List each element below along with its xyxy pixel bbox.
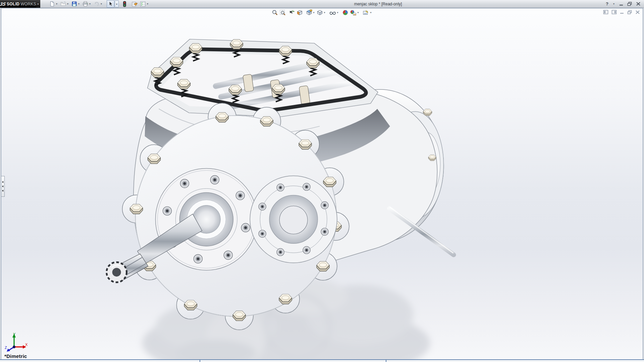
zoom-to-fit-icon xyxy=(272,9,278,16)
dropdown-arrow-icon[interactable]: ▾ xyxy=(88,0,92,7)
help-button[interactable]: ? xyxy=(606,1,608,6)
close-icon xyxy=(636,2,641,6)
traffic-light-icon xyxy=(122,1,127,7)
file-properties-button[interactable] xyxy=(130,0,139,8)
doc-close-button[interactable] xyxy=(635,10,640,14)
undo-button[interactable]: ▾ xyxy=(93,0,104,8)
solidworks-logo-mark-icon: 3S xyxy=(0,1,6,7)
view-orientation-button[interactable]: ▾ xyxy=(305,9,316,16)
gearbox-assembly-model[interactable] xyxy=(1,8,643,360)
open-button[interactable]: ▾ xyxy=(59,0,70,8)
undo-arrow-icon xyxy=(94,1,100,7)
printer-icon xyxy=(83,1,88,7)
status-bar xyxy=(0,359,644,362)
status-bar-divider xyxy=(200,359,200,362)
open-folder-icon xyxy=(60,1,66,7)
zoom-to-fit-button[interactable] xyxy=(271,9,279,16)
collapsed-featuremanager-tab[interactable] xyxy=(1,176,5,197)
appearance-ball-icon xyxy=(342,9,348,16)
view-orientation-icon xyxy=(306,9,312,16)
rebuild-button[interactable] xyxy=(121,0,128,8)
collapse-pane-arrow-icon xyxy=(2,190,3,192)
previous-view-button[interactable] xyxy=(288,9,296,16)
status-bar-divider xyxy=(386,359,386,362)
pane-toggle-left-button[interactable] xyxy=(603,10,608,14)
save-floppy-icon xyxy=(71,1,77,7)
minimize-icon xyxy=(619,2,624,6)
display-style-button[interactable]: ▾ xyxy=(316,9,327,16)
close-icon xyxy=(635,10,640,14)
edit-appearance-button[interactable] xyxy=(341,9,349,16)
help-dropdown-arrow-icon[interactable]: ▾ xyxy=(612,0,615,7)
minimize-icon xyxy=(620,10,624,14)
close-button[interactable] xyxy=(636,2,641,6)
dropdown-arrow-icon[interactable]: ▾ xyxy=(146,0,149,7)
doc-minimize-button[interactable] xyxy=(620,10,624,14)
options-button[interactable]: ▾ xyxy=(139,0,150,8)
dropdown-arrow-icon[interactable]: ▾ xyxy=(336,11,339,14)
menu-flyout-arrow-icon[interactable]: ▸ xyxy=(36,0,40,8)
logo-text-works: WORKS xyxy=(20,2,36,6)
view-settings-icon xyxy=(363,9,369,16)
section-view-button[interactable] xyxy=(296,9,304,16)
collapse-pane-arrow-icon xyxy=(2,181,3,183)
previous-view-icon xyxy=(289,9,295,16)
hide-show-items-button[interactable]: ▾ xyxy=(328,9,340,16)
options-checklist-icon xyxy=(140,1,146,7)
select-dropdown-arrow-icon[interactable]: ▾ xyxy=(115,0,119,7)
solidworks-logo: 3S SOLIDWORKS xyxy=(0,0,36,8)
dropdown-arrow-icon[interactable]: ▾ xyxy=(369,11,372,14)
minimize-button[interactable] xyxy=(619,2,624,6)
restore-icon xyxy=(627,2,632,6)
new-button[interactable]: ▾ xyxy=(48,0,59,8)
section-view-icon xyxy=(297,9,303,16)
view-orientation-label: *Dimetric xyxy=(4,353,27,359)
logo-text-solid: SOLID xyxy=(7,2,19,6)
dropdown-arrow-icon[interactable]: ▾ xyxy=(66,0,69,7)
solidworks-window: 3S SOLIDWORKS ▸ ▾ ▾ ▾ ▾ ▾ xyxy=(0,0,644,362)
window-controls: ? ▾ xyxy=(606,0,641,7)
apply-scene-icon xyxy=(350,9,357,16)
pane-toggle-right-button[interactable] xyxy=(611,10,617,14)
z-axis-label: Z xyxy=(5,346,7,350)
document-title: menjac sklop * [Read-only] xyxy=(150,2,606,6)
print-button[interactable]: ▾ xyxy=(82,0,93,8)
y-axis-label: Y xyxy=(13,332,16,336)
dropdown-arrow-icon[interactable]: ▾ xyxy=(55,0,58,7)
doc-restore-button[interactable] xyxy=(627,10,632,14)
view-settings-button[interactable]: ▾ xyxy=(362,9,373,16)
select-cursor-icon xyxy=(108,1,113,7)
apply-scene-button[interactable]: ▾ xyxy=(349,9,360,16)
dropdown-arrow-icon[interactable]: ▾ xyxy=(100,0,103,7)
dropdown-arrow-icon[interactable]: ▾ xyxy=(357,11,360,14)
document-window-controls xyxy=(603,10,640,14)
x-axis-label: X xyxy=(25,343,28,347)
dropdown-arrow-icon[interactable]: ▾ xyxy=(312,11,315,14)
pane-right-icon xyxy=(611,10,617,14)
select-button[interactable] xyxy=(107,0,114,8)
standard-toolbar: ▾ ▾ ▾ ▾ ▾ ▾ xyxy=(48,0,150,8)
display-style-icon xyxy=(317,9,323,16)
headsup-view-toolbar: ▾ ▾ ▾ ▾ ▾ xyxy=(271,9,373,16)
new-document-icon xyxy=(49,1,55,7)
output-flange[interactable] xyxy=(250,176,337,263)
reference-triad: Y X Z xyxy=(4,331,28,352)
eyeglasses-icon xyxy=(329,9,336,16)
collapse-pane-arrow-icon xyxy=(2,185,3,187)
save-button[interactable]: ▾ xyxy=(70,0,82,8)
dropdown-arrow-icon[interactable]: ▾ xyxy=(323,11,326,14)
titlebar: 3S SOLIDWORKS ▸ ▾ ▾ ▾ ▾ ▾ xyxy=(0,0,644,8)
zoom-to-area-icon xyxy=(279,9,286,16)
restore-button[interactable] xyxy=(627,2,632,6)
graphics-viewport[interactable]: ▾ ▾ ▾ ▾ ▾ xyxy=(1,8,643,360)
restore-icon xyxy=(627,10,632,14)
pane-left-icon xyxy=(603,10,608,14)
zoom-to-area-button[interactable] xyxy=(279,9,286,16)
dropdown-arrow-icon[interactable]: ▾ xyxy=(77,0,80,7)
file-properties-icon xyxy=(131,1,138,7)
